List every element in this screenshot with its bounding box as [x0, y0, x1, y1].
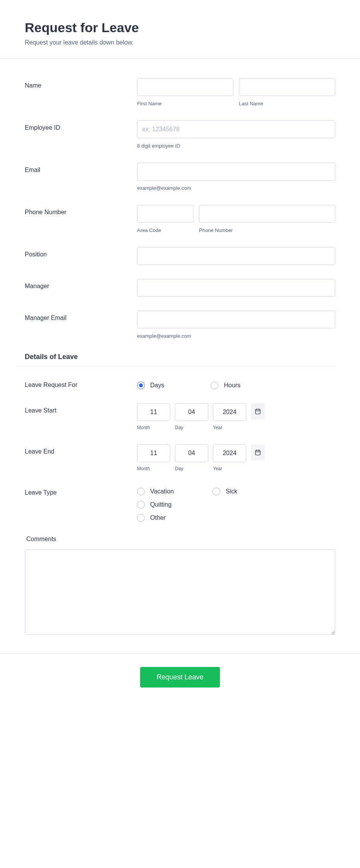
- radio-quitting[interactable]: [137, 501, 145, 509]
- divider: [16, 366, 335, 366]
- manager-email-label: Manager Email: [25, 311, 137, 321]
- name-label: Name: [25, 78, 137, 89]
- leave-end-month-sublabel: Month: [137, 466, 170, 471]
- leave-end-calendar-button[interactable]: [251, 444, 265, 461]
- leave-end-year-input[interactable]: [213, 444, 246, 462]
- leave-start-day-sublabel: Day: [175, 425, 208, 430]
- leave-type-label: Leave Type: [25, 485, 137, 496]
- radio-days-label: Days: [150, 382, 164, 389]
- page-subtitle: Request your leave details down below.: [25, 39, 335, 46]
- divider: [0, 58, 360, 59]
- leave-start-year-input[interactable]: [213, 403, 246, 421]
- radio-other-label: Other: [150, 514, 166, 521]
- leave-start-label: Leave Start: [25, 403, 137, 414]
- leave-end-month-input[interactable]: [137, 444, 170, 462]
- manager-label: Manager: [25, 279, 137, 290]
- page-title: Request for Leave: [25, 20, 335, 35]
- comments-label: Comments: [25, 536, 335, 543]
- svg-rect-4: [255, 450, 260, 455]
- radio-vacation[interactable]: [137, 488, 145, 495]
- phone-number-input[interactable]: [199, 205, 335, 223]
- leave-start-calendar-button[interactable]: [251, 403, 265, 419]
- area-code-input[interactable]: [137, 205, 194, 223]
- position-input[interactable]: [137, 247, 335, 265]
- svg-rect-0: [255, 409, 260, 414]
- leave-end-day-input[interactable]: [175, 444, 208, 462]
- divider: [0, 653, 360, 654]
- manager-email-input[interactable]: [137, 311, 335, 328]
- leave-end-label: Leave End: [25, 444, 137, 455]
- leave-request-for-label: Leave Request For: [25, 378, 137, 388]
- manager-input[interactable]: [137, 279, 335, 297]
- email-input[interactable]: [137, 163, 335, 180]
- last-name-input[interactable]: [239, 78, 335, 96]
- phone-number-sublabel: Phone Number: [199, 227, 335, 233]
- phone-label: Phone Number: [25, 205, 137, 216]
- leave-start-month-sublabel: Month: [137, 425, 170, 430]
- radio-vacation-label: Vacation: [150, 488, 174, 495]
- radio-sick-label: Sick: [226, 488, 237, 495]
- radio-sick[interactable]: [213, 488, 220, 495]
- request-leave-button[interactable]: Request Leave: [140, 667, 219, 688]
- comments-textarea[interactable]: [25, 550, 335, 635]
- leave-start-month-input[interactable]: [137, 403, 170, 421]
- calendar-icon: [255, 449, 261, 455]
- employee-id-sublabel: 8 digit employee ID: [137, 143, 335, 149]
- radio-other[interactable]: [137, 514, 145, 522]
- email-sublabel: example@example.com: [137, 185, 335, 191]
- last-name-sublabel: Last Name: [239, 101, 335, 107]
- manager-email-sublabel: example@example.com: [137, 333, 335, 339]
- employee-id-input[interactable]: [137, 120, 335, 138]
- position-label: Position: [25, 247, 137, 258]
- leave-start-year-sublabel: Year: [213, 425, 246, 430]
- radio-hours[interactable]: [211, 382, 218, 389]
- first-name-sublabel: First Name: [137, 101, 233, 107]
- employee-id-label: Employee ID: [25, 120, 137, 131]
- area-code-sublabel: Area Code: [137, 227, 194, 233]
- radio-hours-label: Hours: [224, 382, 240, 389]
- leave-end-year-sublabel: Year: [213, 466, 246, 471]
- details-section-title: Details of Leave: [25, 353, 335, 361]
- first-name-input[interactable]: [137, 78, 233, 96]
- radio-quitting-label: Quitting: [150, 501, 171, 508]
- leave-start-day-input[interactable]: [175, 403, 208, 421]
- radio-days[interactable]: [137, 382, 145, 389]
- email-label: Email: [25, 163, 137, 174]
- calendar-icon: [255, 408, 261, 414]
- leave-end-day-sublabel: Day: [175, 466, 208, 471]
